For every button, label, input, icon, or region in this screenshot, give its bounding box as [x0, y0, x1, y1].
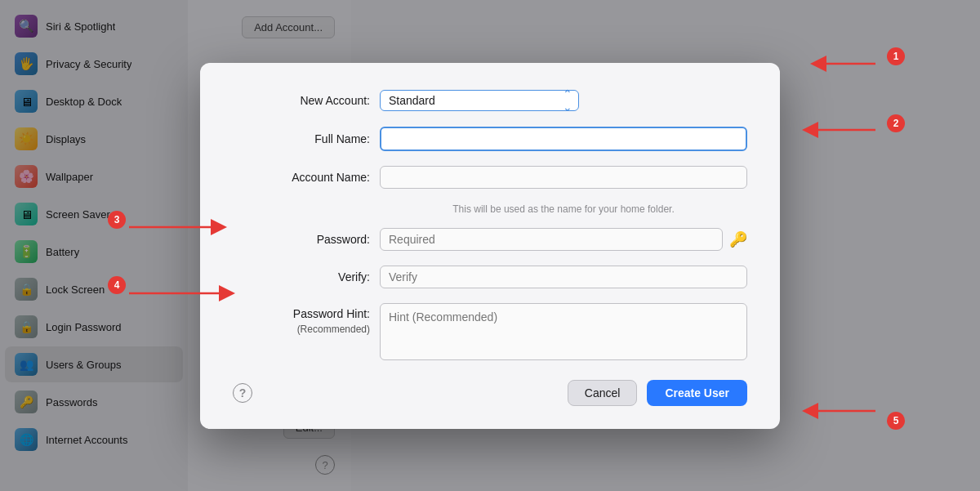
password-hint-row: Password Hint: (Recommended)	[233, 303, 747, 364]
password-hint-input[interactable]	[380, 303, 747, 360]
verify-label: Verify:	[233, 266, 380, 288]
password-label: Password:	[233, 228, 380, 251]
verify-row: Verify:	[233, 266, 747, 288]
account-name-label: Account Name:	[233, 166, 380, 189]
password-input-wrap: 🔑	[380, 228, 747, 251]
create-user-button[interactable]: Create User	[647, 380, 747, 406]
new-account-row: New Account: Standard Administrator Mana…	[233, 89, 747, 112]
full-name-input[interactable]	[380, 127, 747, 151]
account-name-input[interactable]	[380, 166, 747, 189]
dialog-footer: ? Cancel Create User	[233, 380, 747, 406]
account-name-control	[380, 166, 747, 189]
password-hint-label: Password Hint: (Recommended)	[233, 303, 380, 337]
new-account-control: Standard Administrator Managed with Pare…	[380, 90, 747, 111]
password-input[interactable]	[380, 228, 723, 251]
footer-buttons: Cancel Create User	[568, 380, 747, 406]
new-account-select[interactable]: Standard Administrator Managed with Pare…	[380, 90, 579, 111]
cancel-button[interactable]: Cancel	[568, 380, 638, 406]
create-user-dialog: New Account: Standard Administrator Mana…	[200, 63, 780, 429]
help-button[interactable]: ?	[233, 383, 252, 403]
full-name-row: Full Name:	[233, 127, 747, 151]
full-name-control	[380, 127, 747, 151]
new-account-label: New Account:	[233, 89, 380, 112]
account-name-row: Account Name:	[233, 166, 747, 189]
verify-input[interactable]	[380, 266, 747, 288]
password-hint-control	[380, 303, 747, 364]
verify-control	[380, 266, 747, 288]
password-control: 🔑	[380, 228, 747, 251]
new-account-dropdown-wrapper: Standard Administrator Managed with Pare…	[380, 90, 579, 111]
full-name-label: Full Name:	[233, 127, 380, 150]
home-folder-hint: This will be used as the name for your h…	[380, 203, 747, 215]
key-icon[interactable]: 🔑	[729, 230, 747, 248]
password-row: Password: 🔑	[233, 228, 747, 251]
